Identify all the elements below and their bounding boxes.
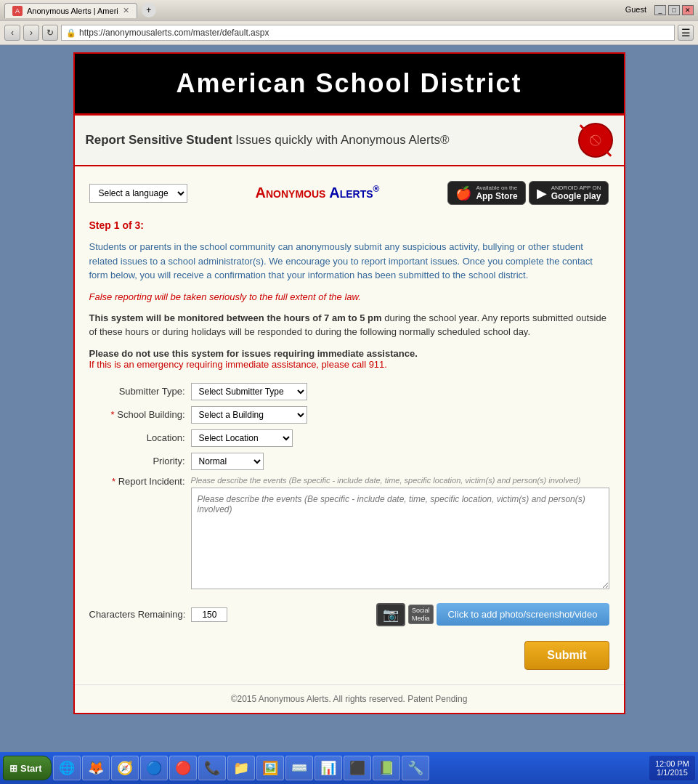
title-bar-left: A Anonymous Alerts | Ameri ✕ + [4,3,156,18]
submitter-type-label: Submitter Type: [89,386,191,397]
site-header: American School District [75,54,624,116]
address-bar[interactable]: 🔒 https://anonymousalerts.com/master/def… [61,25,675,41]
report-incident-label: Report Incident: [89,476,191,487]
emergency-section: Please do not use this system for issues… [89,348,609,370]
submitter-type-select[interactable]: Select Submitter Type [191,383,307,400]
app-store-label: App Store [476,191,517,201]
body-text: Students or parents in the school commun… [89,240,609,283]
priority-row: Priority: Normal [89,453,609,470]
google-play-button[interactable]: ▶ ANDROID APP ON Google play [529,181,609,205]
submit-button[interactable]: Submit [524,641,609,670]
location-row: Location: Select Location [89,429,609,447]
menu-button[interactable]: ☰ [678,25,694,41]
page-wrapper: American School District Report Sensitiv… [0,45,698,722]
new-tab-button[interactable]: + [142,3,156,17]
app-store-buttons: 🍎 Available on the App Store ▶ ANDROID A… [447,181,609,205]
brand-reg: ® [373,185,380,195]
browser-window: A Anonymous Alerts | Ameri ✕ + Guest _ □… [0,0,698,45]
title-bar: A Anonymous Alerts | Ameri ✕ + Guest _ □… [0,0,698,20]
social-media-icon: SocialMedia [408,605,434,625]
report-incident-row: Report Incident: Please describe the eve… [89,476,609,591]
chars-remaining: Characters Remaining: [89,607,228,622]
location-select[interactable]: Select Location [191,429,293,447]
close-button[interactable]: ✕ [682,5,694,15]
submit-row: Submit [89,641,609,670]
monitor-text-bold: This system will be monitored between th… [89,312,382,323]
chars-remaining-label: Characters Remaining: [89,609,186,620]
chars-remaining-input[interactable] [191,607,227,622]
priority-select[interactable]: Normal [191,453,264,470]
tab-icon: A [12,6,23,16]
browser-tab[interactable]: A Anonymous Alerts | Ameri ✕ [4,3,137,18]
top-row: Select a language Anonymous Alerts® 🍎 Av… [89,181,609,205]
brand-logo: Anonymous Alerts® [255,185,379,202]
add-media-button[interactable]: Click to add photo/screenshot/video [437,603,609,626]
site-footer: ©2015 Anonymous Alerts. All rights reser… [75,684,624,713]
camera-icon: 📷 [376,603,405,626]
maximize-button[interactable]: □ [668,5,680,15]
location-label: Location: [89,432,191,443]
school-building-label: School Building: [89,409,191,420]
refresh-button[interactable]: ↻ [42,25,58,41]
brand-anonymous: Anonymous [255,185,325,201]
bully-stop-icon: 🚫 [578,123,613,158]
google-play-label: Google play [551,191,601,201]
guest-label: Guest [625,5,652,15]
android-app-on-text: ANDROID APP ON [551,185,601,191]
warning-text: False reporting will be taken seriously … [89,291,609,302]
textarea-container: Please describe the events (Be specific … [191,476,609,591]
window-controls: Guest _ □ ✕ [625,5,694,15]
minimize-button[interactable]: _ [654,5,666,15]
app-store-button[interactable]: 🍎 Available on the App Store [447,181,525,205]
report-textarea[interactable] [191,488,609,589]
priority-label: Priority: [89,456,191,466]
school-building-row: School Building: Select a Building [89,406,609,424]
tagline-bold: Report Sensitive Student [86,133,232,147]
language-select[interactable]: Select a language [89,184,187,203]
tagline-text: Report Sensitive Student Issues quickly … [86,133,450,147]
tagline: Report Sensitive Student Issues quickly … [86,133,450,147]
brand-alerts: Alerts [325,185,373,201]
android-icon: ▶ [537,185,547,201]
ssl-lock-icon: 🔒 [66,28,76,38]
navigation-bar: ‹ › ↻ 🔒 https://anonymousalerts.com/mast… [0,20,698,45]
monitor-text: This system will be monitored between th… [89,311,609,339]
available-on-text: Available on the [476,185,517,191]
url-text: https://anonymousalerts.com/master/defau… [79,28,269,38]
tagline-bar: Report Sensitive Student Issues quickly … [75,116,624,166]
app-store-text: Available on the App Store [476,185,517,201]
site-container: American School District Report Sensitiv… [73,52,625,714]
media-section: 📷 SocialMedia Click to add photo/screens… [376,603,609,626]
form-section: Submitter Type: Select Submitter Type Sc… [89,383,609,591]
school-name: American School District [89,68,609,99]
tab-title: Anonymous Alerts | Ameri [27,7,118,15]
emergency-call-text: If this is an emergency requiring immedi… [89,359,609,370]
tagline-rest: Issues quickly with Anonymous Alerts® [232,133,450,147]
report-hint: Please describe the events (Be specific … [191,476,609,485]
step-label: Step 1 of 3: [89,219,609,231]
tab-close-icon[interactable]: ✕ [123,6,129,15]
no-emergency-text: Please do not use this system for issues… [89,348,609,359]
footer-copyright: ©2015 Anonymous Alerts. All rights reser… [231,694,468,704]
forward-button[interactable]: › [23,25,39,41]
submitter-type-row: Submitter Type: Select Submitter Type [89,383,609,400]
bottom-section: Characters Remaining: 📷 SocialMedia Clic… [89,603,609,626]
school-building-select[interactable]: Select a Building [191,406,307,424]
google-play-text: ANDROID APP ON Google play [551,185,601,201]
apple-icon: 🍎 [455,185,471,201]
back-button[interactable]: ‹ [4,25,20,41]
content-area: Select a language Anonymous Alerts® 🍎 Av… [75,166,624,684]
